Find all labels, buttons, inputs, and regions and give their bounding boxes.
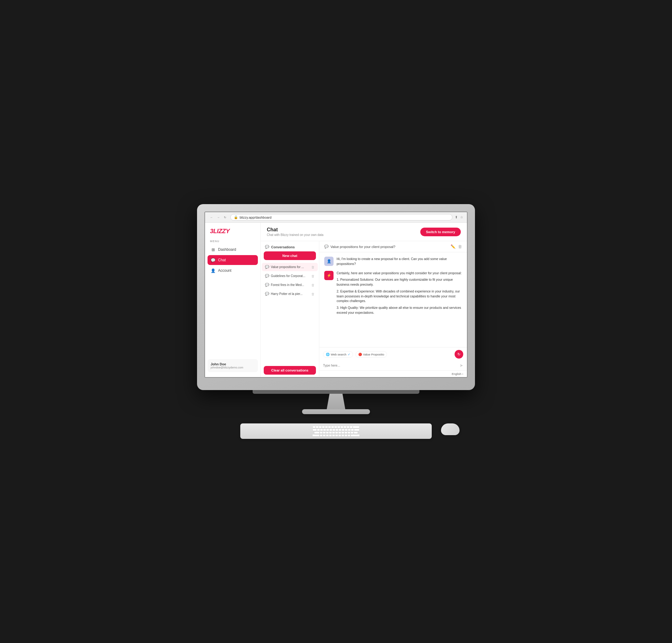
- globe-icon: 🌐: [326, 353, 330, 356]
- chevron-right-icon: ›: [462, 372, 463, 376]
- page-title-group: Chat Chat with Blizzy trained on your ow…: [267, 227, 323, 236]
- conv-header-label: Conversations: [271, 245, 295, 249]
- bot-text-2: 2. Expertise & Experience: With decades …: [337, 289, 462, 304]
- conv-item-0[interactable]: 💬 Value propositions for ... 🗑: [262, 263, 318, 271]
- sidebar-item-account[interactable]: 👤 Account: [208, 266, 258, 276]
- web-search-label: Web search: [331, 353, 346, 356]
- value-prop-label: Value Propositio: [363, 353, 384, 356]
- conv-title-0: Value propositions for ...: [271, 265, 310, 269]
- refresh-button[interactable]: ↻: [222, 215, 228, 220]
- chat-input[interactable]: [323, 364, 457, 367]
- chat-title-icon: 💬: [324, 245, 329, 248]
- web-search-check: ✓: [348, 353, 350, 356]
- browser-bar: ← → ↻ 🔒 blizzy.app/dashboard ⬆ ☆: [205, 212, 467, 223]
- value-prop-icon: 🔴: [358, 353, 362, 356]
- conv-title-3: Harry Potter et la pier...: [271, 292, 310, 295]
- chat-header-actions: ✏️ 🗑: [451, 244, 462, 249]
- chat-header: 💬 Value propositions for your client pro…: [319, 241, 467, 252]
- bot-avatar: ⚡: [324, 271, 333, 280]
- bot-message-text: Certainly, here are some value propositi…: [337, 271, 462, 315]
- sidebar-item-dashboard[interactable]: ⊞ Dashboard: [208, 245, 258, 254]
- account-icon: 👤: [211, 268, 216, 273]
- value-prop-chip[interactable]: 🔴 Value Propositio: [355, 351, 387, 357]
- language-selector[interactable]: English ›: [452, 372, 463, 376]
- lang-label: English: [452, 372, 461, 376]
- conv-title-2: Forest fires in the Med...: [271, 283, 310, 287]
- chat-messages: 👤 Hi, I'm looking to create a new propos…: [319, 252, 467, 347]
- user-message-content: Hi, I'm looking to create a new proposal…: [337, 257, 447, 266]
- conv-delete-1[interactable]: 🗑: [311, 274, 315, 278]
- sidebar: 3LIZZY MENU ⊞ Dashboard 💬 Chat �: [205, 223, 261, 377]
- main-content: Chat Chat with Blizzy trained on your ow…: [261, 223, 467, 377]
- browser-nav: ← → ↻: [209, 215, 228, 220]
- monitor-bezel: ← → ↻ 🔒 blizzy.app/dashboard ⬆ ☆: [197, 204, 475, 390]
- refresh-tools-button[interactable]: ↻: [455, 350, 463, 359]
- page-title: Chat: [267, 227, 323, 232]
- send-button[interactable]: ➤: [460, 363, 463, 368]
- dashboard-label: Dashboard: [218, 247, 236, 252]
- chat-area: 💬 Conversations New chat 💬 Value proposi…: [261, 241, 467, 377]
- user-email: johndoe@blizzydemo.com: [211, 366, 255, 369]
- logo-text: 3LIZZY: [210, 228, 230, 234]
- conv-icon-1: 💬: [265, 274, 269, 278]
- lock-icon: 🔒: [234, 215, 238, 219]
- bot-avatar-icon: ⚡: [327, 273, 331, 278]
- chat-input-row: ➤: [319, 361, 467, 370]
- mouse: [441, 423, 460, 435]
- refresh-icon: ↻: [457, 352, 461, 356]
- chat-toolbar: 🌐 Web search ✓ 🔴 Value Propositio ↻: [319, 347, 467, 361]
- bot-text-3: 3. High Quality: We prioritize quality a…: [337, 305, 462, 315]
- conversations-panel: 💬 Conversations New chat 💬 Value proposi…: [261, 241, 319, 377]
- app-container: 3LIZZY MENU ⊞ Dashboard 💬 Chat �: [205, 223, 467, 377]
- chat-footer: English ›: [319, 370, 467, 377]
- send-icon: ➤: [460, 363, 463, 368]
- conv-delete-2[interactable]: 🗑: [311, 283, 315, 287]
- back-button[interactable]: ←: [209, 215, 214, 220]
- message-user: 👤 Hi, I'm looking to create a new propos…: [324, 257, 462, 267]
- conv-icon-2: 💬: [265, 283, 269, 287]
- sidebar-item-chat[interactable]: 💬 Chat: [208, 255, 258, 265]
- user-message-text: Hi, I'm looking to create a new proposal…: [337, 257, 462, 267]
- bot-text-1: 1. Personalized Solutions: Our services …: [337, 277, 462, 287]
- user-name: John Doe: [211, 362, 255, 366]
- key-row-2: [313, 429, 359, 431]
- clear-all-button[interactable]: Clear all conversations: [264, 366, 316, 375]
- share-icon[interactable]: ⬆: [455, 215, 458, 219]
- user-avatar: 👤: [324, 257, 333, 266]
- switch-memory-button[interactable]: Switch to memory: [420, 228, 461, 236]
- chat-title-row: 💬 Value propositions for your client pro…: [324, 245, 395, 248]
- menu-label: MENU: [205, 240, 260, 243]
- edit-icon[interactable]: ✏️: [451, 244, 455, 249]
- page-header: Chat Chat with Blizzy trained on your ow…: [261, 223, 467, 241]
- conversations-header: 💬 Conversations: [261, 241, 319, 251]
- chat-active-title: Value propositions for your client propo…: [330, 245, 395, 248]
- delete-chat-icon[interactable]: 🗑: [458, 244, 462, 249]
- bookmark-icon[interactable]: ☆: [460, 215, 463, 219]
- conv-item-1[interactable]: 💬 Guidelines for Corporat... 🗑: [262, 272, 318, 280]
- web-search-chip[interactable]: 🌐 Web search ✓: [323, 351, 353, 357]
- keyboard: [240, 423, 432, 439]
- conv-item-3[interactable]: 💬 Harry Potter et la pier... 🗑: [262, 290, 318, 298]
- sidebar-user: John Doe johndoe@blizzydemo.com: [208, 359, 258, 372]
- sidebar-nav: ⊞ Dashboard 💬 Chat 👤 Account: [205, 245, 260, 359]
- key-row-4: [313, 435, 359, 436]
- browser-actions: ⬆ ☆: [455, 215, 463, 219]
- dashboard-icon: ⊞: [211, 247, 216, 252]
- monitor-neck: [327, 394, 345, 409]
- address-bar[interactable]: 🔒 blizzy.app/dashboard: [230, 214, 452, 220]
- conv-header-icon: 💬: [265, 245, 269, 249]
- bottom-devices: [197, 417, 475, 439]
- new-chat-button[interactable]: New chat: [264, 251, 316, 260]
- conv-delete-0[interactable]: 🗑: [311, 265, 315, 269]
- chat-nav-icon: 💬: [211, 257, 216, 263]
- conv-item-2[interactable]: 💬 Forest fires in the Med... 🗑: [262, 281, 318, 289]
- page-subtitle: Chat with Blizzy trained on your own dat…: [267, 233, 323, 236]
- chat-label: Chat: [218, 258, 226, 262]
- key-row-1: [313, 426, 359, 428]
- bot-text-0: Certainly, here are some value propositi…: [337, 271, 462, 276]
- conv-delete-3[interactable]: 🗑: [311, 292, 315, 296]
- url-text: blizzy.app/dashboard: [240, 216, 271, 219]
- forward-button[interactable]: →: [216, 215, 221, 220]
- conv-title-1: Guidelines for Corporat...: [271, 274, 310, 278]
- user-avatar-icon: 👤: [327, 259, 331, 264]
